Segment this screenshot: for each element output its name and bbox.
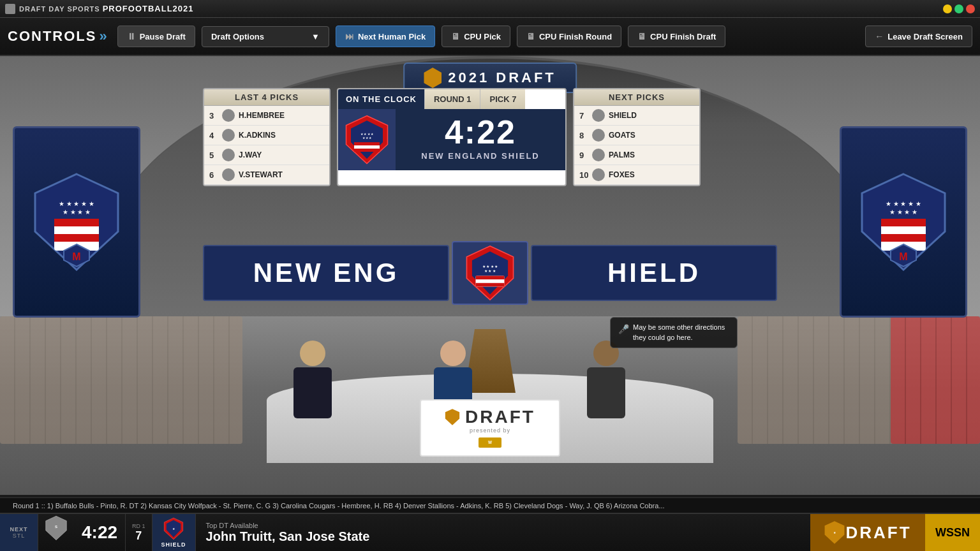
announcer-left-body [293,367,332,418]
svg-text:★ ★ ★ ★ ★: ★ ★ ★ ★ ★ [59,200,94,207]
title-bar: DRAFT DAY SPORTS PROFOOTBALL2021 [0,0,980,18]
pause-button[interactable]: ⏸ Pause Draft [117,26,195,47]
next-pick-name-goats: GOATS [609,131,635,140]
next-pick-num-7: 7 [579,111,588,121]
controls-bar: CONTROLS » ⏸ Pause Draft Draft Options ▼… [0,18,980,56]
status-team-name: SHIELD [161,541,186,548]
app-subtitle: PROFOOTBALL2021 [103,4,194,13]
on-clock-panel: ON THE CLOCK ROUND 1 PICK 7 ★ ★ ★ ★ ★ ★ … [337,88,567,186]
pick-num-5: 5 [209,151,218,160]
left-shield-icon: ★ ★ ★ ★ ★ ★ ★ ★ ★ M [32,171,121,273]
svg-rect-21 [476,283,505,287]
clock-body: 4:22 NEW ENGLAND SHIELD [396,109,565,170]
status-time-section: 4:22 [74,514,126,551]
wssn-label: WSSN [935,526,970,540]
pause-label: Pause Draft [140,32,186,41]
microphone-icon: 🎤 [618,324,629,334]
pick-name-hembree: H.HEMBREE [239,111,285,120]
pick-row-3: 3 H.HEMBREE [204,106,329,126]
svg-text:W: W [488,440,493,444]
status-time: 4:22 [82,522,117,543]
draft-sign-sponsor: W [430,436,550,449]
last-picks-panel: LAST 4 PICKS 3 H.HEMBREE 4 K.ADKINS 5 J.… [203,88,330,186]
next-human-pick-button[interactable]: ⏭ Next Human Pick [336,26,435,47]
status-rd-label: RD 1 [132,523,145,529]
status-player-section: Top DT Available John Truitt, San Jose S… [196,514,810,551]
sponsor-logo-icon: W [477,436,503,449]
pick-logo-stewart [222,168,235,181]
app-icon [5,4,15,14]
leave-label: Leave Draft Screen [887,32,963,41]
draft-sign-label: DRAFT [465,407,535,427]
svg-text:★ ★ ★ ★: ★ ★ ★ ★ [889,209,917,216]
clock-shield-area: ★ ★ ★ ★ ★ ★ ★ [338,109,396,170]
pick-name-way: J.WAY [239,151,262,159]
cpu-finish-draft-button[interactable]: 🖥 CPU Finish Draft [628,26,725,47]
pick-num-6: 6 [209,170,218,180]
next-pick-row-9: 9 PALMS [574,145,699,165]
time-display: 4:22 [402,115,559,149]
pick-num-3: 3 [209,111,218,121]
next-pick-row-10: 10 FOXES [574,165,699,185]
status-shield-icon: S [43,515,69,541]
status-player-name: John Truitt, San Jose State [206,529,800,544]
status-shield-logo-icon: ★ [162,517,185,540]
pick-label: PICK 7 [480,89,525,109]
cpu-finish-round-button[interactable]: 🖥 CPU Finish Round [517,26,621,47]
wssn-section: WSSN [925,514,980,551]
right-shield-icon: ★ ★ ★ ★ ★ ★ ★ ★ ★ M [859,171,948,273]
next-pick-logo-shield [592,109,605,122]
next-pick-num-8: 8 [579,131,588,140]
close-button[interactable] [966,4,975,13]
minimize-button[interactable] [943,4,952,13]
clock-team-name: NEW ENGLAND SHIELD [402,151,559,161]
round-label: ROUND 1 [424,89,480,109]
announcer-center-head [440,341,466,366]
announcer-left-head [300,341,325,366]
pick-name-stewart: V.STEWART [239,170,283,179]
dropdown-arrow-icon: ▼ [311,32,320,41]
status-draft-shield-icon: ★ [824,520,845,545]
chevron-icon: » [99,28,108,45]
leave-draft-button[interactable]: ← Leave Draft Screen [865,26,972,47]
draft-sign-shield-icon [445,408,460,426]
svg-text:M: M [899,251,907,262]
svg-text:★ ★ ★: ★ ★ ★ [484,269,496,273]
crowd-left [0,316,980,321]
right-banner-text: HIELD [545,258,763,288]
draft-options-button[interactable]: Draft Options ▼ [202,26,329,47]
ticker-bar: Round 1 :: 1) Buffalo Bulls - Pinto, R. … [0,497,980,513]
skip-icon: ⏭ [345,31,354,41]
next-pick-name-foxes: FOXES [609,170,635,179]
next-pick-logo-palms [592,149,605,161]
announcer-right [587,341,625,418]
window-controls[interactable] [943,4,975,13]
maximize-button[interactable] [954,4,963,13]
next-pick-num-9: 9 [579,151,588,160]
next-pick-name-palms: PALMS [609,151,635,159]
controls-text: CONTROLS [8,28,96,45]
svg-rect-9 [881,219,926,226]
leave-icon: ← [875,31,884,41]
svg-text:M: M [72,251,80,262]
svg-text:★ ★ ★ ★ ★: ★ ★ ★ ★ ★ [886,200,921,207]
svg-text:★ ★ ★: ★ ★ ★ [362,136,373,140]
svg-text:★ ★ ★ ★: ★ ★ ★ ★ [360,132,374,136]
cpu-pick-button[interactable]: 🖥 CPU Pick [442,26,510,47]
app-title: DRAFT DAY SPORTS PROFOOTBALL2021 [19,4,194,13]
center-banner-shield-icon: ★ ★ ★ ★ ★ ★ ★ [464,244,516,302]
speech-bubble-text: May be some other directions they could … [633,323,729,342]
next-pick-logo-goats [592,129,605,142]
right-team-display: ★ ★ ★ ★ ★ ★ ★ ★ ★ M [840,126,967,318]
next-label: NEXT [10,526,27,533]
panels-row: LAST 4 PICKS 3 H.HEMBREE 4 K.ADKINS 5 J.… [203,88,777,186]
svg-rect-4 [54,234,99,242]
left-team-display: ★ ★ ★ ★ ★ ★ ★ ★ ★ M [13,126,140,318]
left-banner-text: NEW ENG [217,258,435,288]
status-pick-num: 7 [135,529,142,543]
pause-icon: ⏸ [127,31,136,41]
right-banner: HIELD [531,245,777,301]
controls-label: CONTROLS » [8,28,108,45]
speech-bubble: 🎤 May be some other directions they coul… [610,317,738,348]
status-bar: NEXT STL S 4:22 RD 1 7 ★ SHIELD Top DT A… [0,513,980,551]
